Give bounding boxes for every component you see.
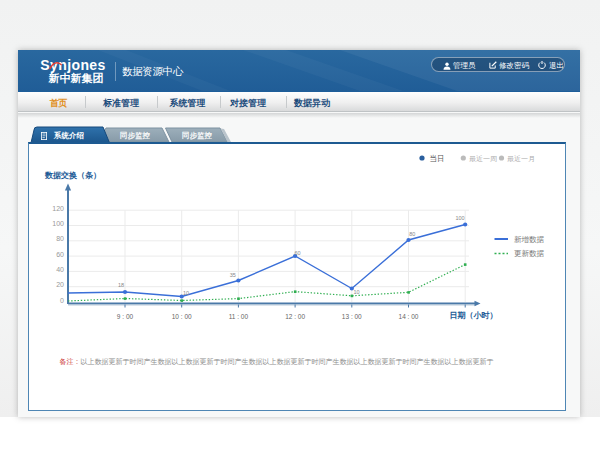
svg-text:18: 18 [118,282,124,288]
svg-text:60: 60 [294,250,300,256]
svg-text:14 : 00: 14 : 00 [399,313,419,320]
svg-text:100: 100 [52,220,64,227]
svg-text:80: 80 [56,235,64,242]
svg-text:0: 0 [60,297,64,304]
svg-text:11 : 00: 11 : 00 [229,313,249,320]
svg-text:新增数据: 新增数据 [514,235,545,244]
svg-text:日期（小时）: 日期（小时） [450,311,498,320]
svg-text:最近一周: 最近一周 [469,155,497,162]
svg-text:10: 10 [183,290,189,296]
svg-text:12 : 00: 12 : 00 [285,313,305,320]
svg-text:10 : 00: 10 : 00 [172,313,192,320]
svg-text:数据交换（条）: 数据交换（条） [44,171,101,180]
svg-text:80: 80 [409,231,415,237]
svg-text:100: 100 [455,215,464,221]
svg-text:60: 60 [56,251,64,258]
svg-text:9 : 00: 9 : 00 [117,313,134,320]
svg-text:最近一月: 最近一月 [507,155,535,163]
svg-text:13 : 00: 13 : 00 [342,313,362,320]
svg-text:120: 120 [52,205,64,212]
svg-text:更新数据: 更新数据 [514,249,545,258]
svg-text:35: 35 [230,272,236,278]
svg-text:当日: 当日 [430,154,445,163]
svg-text:备注：以上数据更新于时间产生数据以上数据更新于时间产生数据以: 备注：以上数据更新于时间产生数据以上数据更新于时间产生数据以上数据更新于时间产生… [60,357,494,366]
svg-text:40: 40 [56,266,64,273]
svg-text:10: 10 [353,289,359,295]
svg-text:20: 20 [56,281,64,288]
